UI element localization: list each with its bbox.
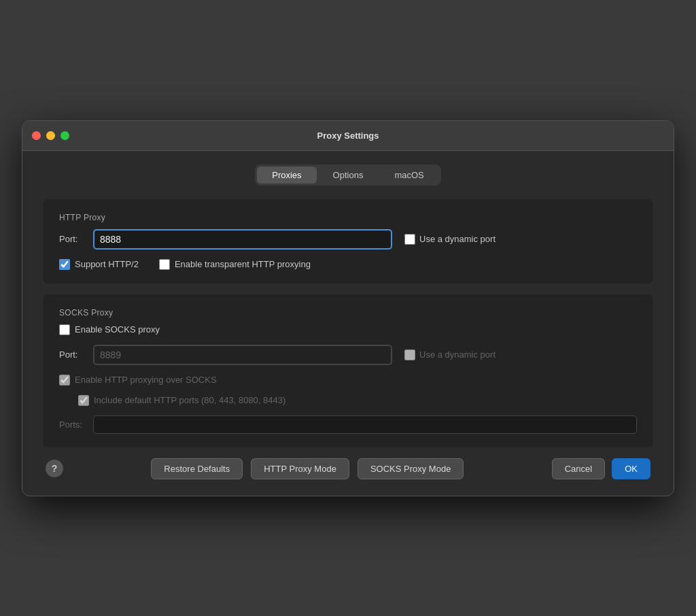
bottom-bar-center: Restore Defaults HTTP Proxy Mode SOCKS P… [63,458,552,479]
support-http2-label: Support HTTP/2 [75,259,139,269]
socks-port-input[interactable] [93,345,392,365]
tab-macos[interactable]: macOS [379,167,438,184]
tabs-container: Proxies Options macOS [43,165,653,186]
socks-dynamic-port-label: Use a dynamic port [419,349,495,360]
minimize-button[interactable] [46,131,55,140]
socks-port-row: Port: Use a dynamic port [59,345,637,365]
http-proxy-panel: HTTP Proxy Port: Use a dynamic port Supp… [43,199,653,284]
http-over-socks-checkbox[interactable] [59,375,70,386]
default-ports-checkbox[interactable] [78,395,89,406]
socks-ports-label: Ports: [59,420,86,430]
http-options-row: Support HTTP/2 Enable transparent HTTP p… [59,259,637,270]
http-over-socks-group: Enable HTTP proxying over SOCKS [59,375,217,386]
socks-proxy-label: SOCKS Proxy [59,308,637,318]
support-http2-group: Support HTTP/2 [59,259,139,270]
window-title: Proxy Settings [317,131,379,141]
proxy-settings-window: Proxy Settings Proxies Options macOS HTT… [22,120,674,496]
http-dynamic-port-label: Use a dynamic port [419,234,495,244]
ok-button[interactable]: OK [612,458,650,479]
bottom-bar-left: ? [46,460,63,477]
tab-group: Proxies Options macOS [255,165,441,186]
socks-port-label: Port: [59,349,86,360]
http-proxy-mode-button[interactable]: HTTP Proxy Mode [251,458,349,479]
help-button[interactable]: ? [46,460,63,477]
enable-socks-label: Enable SOCKS proxy [75,324,160,335]
socks-proxy-mode-button[interactable]: SOCKS Proxy Mode [358,458,464,479]
bottom-bar-right: Cancel OK [552,458,650,479]
default-ports-group: Include default HTTP ports (80, 443, 808… [78,395,285,406]
tab-proxies[interactable]: Proxies [257,167,316,184]
http-port-label: Port: [59,234,86,244]
http-port-row: Port: Use a dynamic port [59,229,637,250]
default-ports-label: Include default HTTP ports (80, 443, 808… [94,395,285,405]
socks-ports-input[interactable] [93,415,637,434]
close-button[interactable] [32,131,41,140]
socks-dynamic-port-checkbox[interactable] [404,349,415,360]
support-http2-checkbox[interactable] [59,259,70,270]
bottom-bar: ? Restore Defaults HTTP Proxy Mode SOCKS… [43,458,653,479]
transparent-http-group: Enable transparent HTTP proxying [159,259,311,270]
enable-socks-checkbox[interactable] [59,324,70,335]
transparent-http-label: Enable transparent HTTP proxying [175,259,311,269]
window-controls [32,131,69,140]
maximize-button[interactable] [60,131,69,140]
tab-options[interactable]: Options [318,167,379,184]
socks-proxy-panel: SOCKS Proxy Enable SOCKS proxy Port: Use… [43,294,653,447]
restore-defaults-button[interactable]: Restore Defaults [151,458,243,479]
default-ports-row: Include default HTTP ports (80, 443, 808… [59,395,637,406]
http-over-socks-label: Enable HTTP proxying over SOCKS [75,375,217,385]
http-port-input[interactable] [93,229,392,250]
socks-dynamic-port-group: Use a dynamic port [404,349,495,360]
http-over-socks-row: Enable HTTP proxying over SOCKS [59,375,637,386]
http-dynamic-port-checkbox[interactable] [404,234,415,245]
socks-ports-row: Ports: [59,415,637,434]
content-area: Proxies Options macOS HTTP Proxy Port: U… [22,151,674,496]
http-dynamic-port-group: Use a dynamic port [404,234,495,245]
transparent-http-checkbox[interactable] [159,259,170,270]
http-proxy-label: HTTP Proxy [59,213,637,222]
enable-socks-row: Enable SOCKS proxy [59,324,637,335]
cancel-button[interactable]: Cancel [552,458,605,479]
titlebar: Proxy Settings [22,121,674,151]
enable-socks-group: Enable SOCKS proxy [59,324,160,335]
